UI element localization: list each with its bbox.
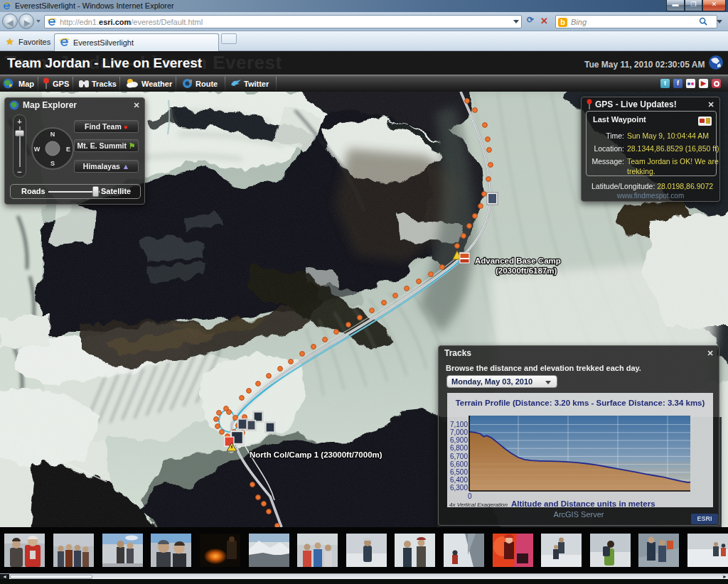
svg-text:7,100: 7,100 <box>450 421 468 428</box>
svg-text:7,000: 7,000 <box>450 428 468 436</box>
svg-text:E: E <box>66 146 70 153</box>
svg-text:6,600: 6,600 <box>450 460 468 468</box>
svg-text:6,900: 6,900 <box>450 436 468 444</box>
svg-text:6,500: 6,500 <box>450 468 468 476</box>
svg-text:6,800: 6,800 <box>450 444 468 452</box>
svg-text:S: S <box>50 160 55 167</box>
svg-text:6,300: 6,300 <box>450 484 468 492</box>
svg-text:6,400: 6,400 <box>450 476 468 484</box>
svg-text:N: N <box>50 131 55 138</box>
svg-text:6,700: 6,700 <box>450 453 468 460</box>
svg-text:0: 0 <box>468 492 472 500</box>
svg-text:W: W <box>34 146 41 153</box>
